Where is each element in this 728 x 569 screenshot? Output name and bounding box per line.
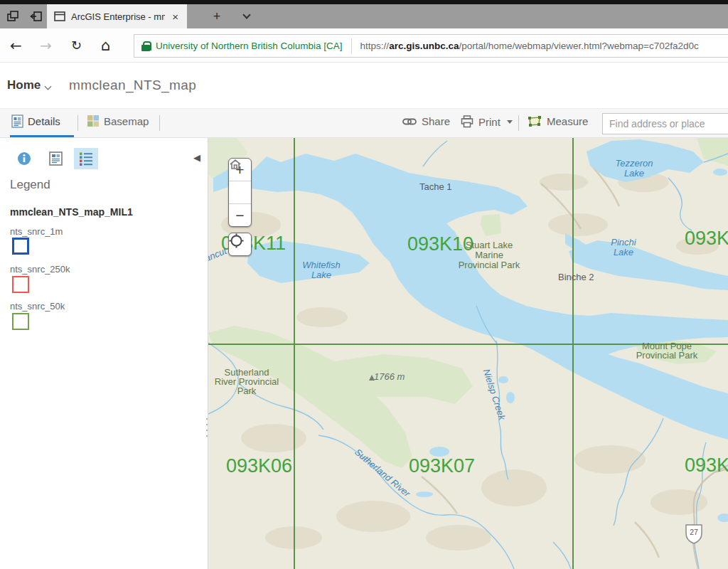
details-tab[interactable]: Details: [11, 115, 60, 128]
svg-text:Lake: Lake: [624, 168, 644, 179]
tab-content[interactable]: [43, 148, 68, 169]
svg-text:Stuart Lake: Stuart Lake: [466, 240, 513, 250]
svg-text:Pinchi: Pinchi: [611, 237, 637, 248]
layer-label: nts_snrc_1m: [10, 226, 63, 237]
legend-group-title: mmclean_NTS_map_MIL1: [10, 206, 133, 218]
layer-label: nts_snrc_250k: [10, 264, 70, 275]
svg-text:Marine: Marine: [475, 250, 503, 260]
svg-text:27: 27: [690, 528, 698, 536]
search-input[interactable]: [602, 113, 728, 134]
svg-text:093K07: 093K07: [409, 455, 475, 477]
find-my-location-button[interactable]: [228, 233, 252, 256]
tab-preview-icon[interactable]: [4, 7, 22, 26]
back-icon[interactable]: ←: [10, 37, 22, 54]
locate-icon: [229, 233, 244, 248]
browser-address-bar: ← → ↻ ⌂ University of Northern British C…: [0, 28, 728, 63]
svg-text:093K0: 093K0: [685, 228, 728, 249]
set-tabs-aside-icon[interactable]: [27, 7, 46, 26]
svg-text:Provincial Park: Provincial Park: [636, 350, 698, 361]
layer-label: nts_snrc_50k: [10, 301, 65, 312]
browser-tab-active[interactable]: ArcGIS Enterprise - mm ×: [47, 4, 187, 28]
map-canvas[interactable]: 093K11 093K10 093K0 093K06 093K07 093K0 …: [208, 138, 728, 569]
home-icon[interactable]: ⌂: [101, 37, 110, 54]
svg-text:Tezzeron: Tezzeron: [616, 158, 653, 169]
home-menu[interactable]: Home: [7, 78, 41, 92]
details-icon: [11, 115, 23, 128]
svg-text:093K10: 093K10: [407, 233, 473, 255]
url-domain: arc.gis.unbc.ca: [389, 41, 459, 51]
tab-about[interactable]: [12, 148, 36, 169]
share-link-icon: [402, 117, 417, 126]
svg-text:093K06: 093K06: [226, 455, 292, 477]
active-tab-underline: [10, 135, 74, 137]
portal-header: Home mmclean_NTS_map: [0, 63, 728, 108]
webmap-title: mmclean_NTS_map: [69, 78, 196, 93]
svg-text:Provincial Park: Provincial Park: [459, 260, 520, 270]
svg-text:Lake: Lake: [311, 270, 331, 280]
svg-text:093K0: 093K0: [685, 454, 728, 476]
address-separator: [351, 38, 352, 54]
svg-text:1766 m: 1766 m: [374, 371, 405, 382]
svg-text:Park: Park: [237, 385, 257, 396]
ssl-lock-icon: [141, 41, 150, 51]
details-sidebar: ◀ Legend mmclean_NTS_map_MIL1 nts_snrc_1…: [0, 138, 208, 569]
viewer-toolbar: Details Basemap Share Print Measure: [0, 108, 728, 138]
legend-heading: Legend: [10, 178, 50, 192]
certificate-name[interactable]: University of Northern British Columbia …: [156, 41, 343, 51]
basemap-button[interactable]: Basemap: [87, 115, 149, 127]
default-extent-button[interactable]: [229, 181, 251, 203]
svg-text:Lake: Lake: [614, 247, 633, 257]
content-layers-icon: [49, 151, 63, 166]
measure-icon: [528, 115, 542, 127]
tab-legend[interactable]: [74, 148, 98, 169]
tab-list-chevron-icon[interactable]: [237, 7, 256, 26]
new-tab-button[interactable]: +: [208, 7, 226, 26]
layer-swatch-50k: [12, 313, 29, 330]
url-field[interactable]: University of Northern British Columbia …: [134, 34, 728, 58]
print-button[interactable]: Print: [461, 115, 513, 128]
basemap-graphics: 093K11 093K10 093K0 093K06 093K07 093K0 …: [208, 138, 728, 569]
info-icon: [17, 151, 31, 166]
zoom-control: + −: [228, 158, 252, 227]
tab-close-icon[interactable]: ×: [171, 11, 180, 22]
svg-text:Binche 2: Binche 2: [558, 272, 594, 282]
print-dropdown-caret: [507, 120, 513, 124]
print-icon: [461, 115, 473, 128]
zoom-out-button[interactable]: −: [229, 203, 251, 226]
page-url[interactable]: https://arc.gis.unbc.ca/portal/home/webm…: [360, 41, 699, 51]
home-chevron-icon[interactable]: [45, 83, 52, 90]
forward-icon[interactable]: →: [40, 37, 52, 54]
svg-text:Nielsp Creek: Nielsp Creek: [481, 368, 508, 422]
page-favicon: [54, 11, 65, 21]
layer-swatch-1m: [12, 238, 29, 255]
legend-icon: [79, 151, 93, 166]
basemap-icon: [87, 115, 100, 127]
refresh-icon[interactable]: ↻: [71, 37, 82, 54]
layer-swatch-250k: [12, 276, 29, 293]
route-shield-27: 27: [686, 525, 702, 543]
home-extent-icon: [229, 159, 242, 170]
collapse-panel-icon[interactable]: ◀: [193, 152, 200, 163]
measure-button[interactable]: Measure: [528, 115, 588, 127]
tab-title: ArcGIS Enterprise - mm: [71, 11, 165, 22]
browser-tab-bar: ArcGIS Enterprise - mm × +: [0, 4, 728, 28]
svg-text:Whitefish: Whitefish: [302, 260, 340, 270]
share-button[interactable]: Share: [402, 115, 450, 127]
svg-text:Tache 1: Tache 1: [419, 181, 452, 192]
